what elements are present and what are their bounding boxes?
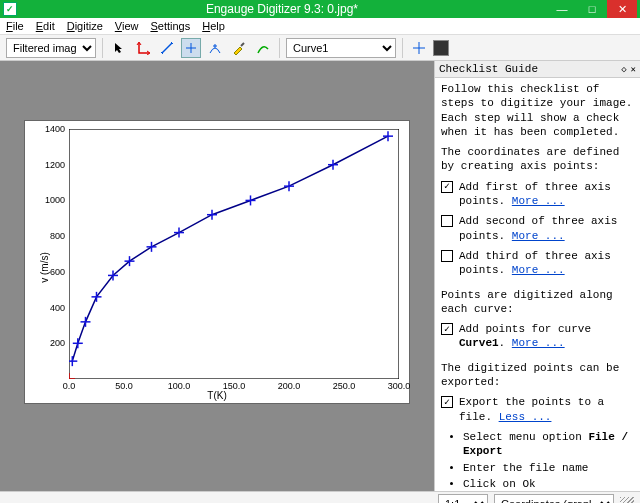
panel-title: Checklist Guide — [439, 63, 538, 75]
less-link[interactable]: Less ... — [499, 411, 552, 423]
menu-digitize[interactable]: Digitize — [67, 20, 103, 32]
curve-point-tool-icon[interactable] — [181, 38, 201, 58]
menu-edit[interactable]: Edit — [36, 20, 55, 32]
chart-image[interactable]: v (m/s) T(K) 200400600800100012001400 0.… — [25, 121, 409, 403]
list-item: Select menu option File / Export — [463, 430, 634, 459]
minimize-button[interactable]: — — [547, 0, 577, 18]
undock-icon[interactable]: ◇ — [621, 64, 626, 75]
menu-help[interactable]: Help — [202, 20, 225, 32]
color-picker-tool-icon[interactable] — [229, 38, 249, 58]
scale-tool-icon[interactable] — [157, 38, 177, 58]
y-tick: 600 — [43, 267, 65, 277]
curve-step: Add points for curve Curve1. More ... — [459, 322, 634, 351]
more-link[interactable]: More ... — [512, 337, 565, 349]
match-tool-icon[interactable] — [205, 38, 225, 58]
more-link[interactable]: More ... — [512, 195, 565, 207]
y-tick: 400 — [43, 303, 65, 313]
y-tick: 1400 — [43, 124, 65, 134]
pointer-tool-icon[interactable] — [109, 38, 129, 58]
segment-fill-tool-icon[interactable] — [253, 38, 273, 58]
image-mode-select[interactable]: Filtered image — [6, 38, 96, 58]
section-export: The digitized points can be exported: — [441, 361, 634, 390]
y-tick: 800 — [43, 231, 65, 241]
section-axis: The coordinates are defined by creating … — [441, 145, 634, 174]
menu-file[interactable]: File — [6, 20, 24, 32]
crosshair-icon[interactable] — [409, 38, 429, 58]
close-button[interactable]: ✕ — [607, 0, 637, 18]
x-tick: 0.0 — [63, 381, 76, 391]
x-tick: 100.0 — [168, 381, 191, 391]
menu-view[interactable]: View — [115, 20, 139, 32]
divider — [102, 38, 103, 58]
maximize-button[interactable]: □ — [577, 0, 607, 18]
svg-line-7 — [241, 43, 244, 46]
axis-tool-icon[interactable] — [133, 38, 153, 58]
curve-select[interactable]: Curve1 — [286, 38, 396, 58]
export-step: Export the points to a file. Less ... — [459, 395, 634, 424]
list-item: Enter the file name — [463, 461, 634, 475]
x-tick: 150.0 — [223, 381, 246, 391]
y-tick: 1000 — [43, 195, 65, 205]
axis-step-2: Add second of three axis points. More ..… — [459, 214, 634, 243]
chart-plot — [69, 129, 399, 379]
x-axis-label: T(K) — [207, 390, 226, 401]
menubar: File Edit Digitize View Settings Help — [0, 18, 640, 35]
svg-rect-10 — [69, 129, 399, 379]
checkbox-checked-icon[interactable]: ✓ — [441, 396, 453, 408]
checkbox-icon[interactable] — [441, 215, 453, 227]
x-tick: 250.0 — [333, 381, 356, 391]
checkbox-checked-icon[interactable]: ✓ — [441, 181, 453, 193]
y-tick: 1200 — [43, 160, 65, 170]
resize-grip-icon[interactable] — [620, 497, 634, 504]
panel-body: Follow this checklist of steps to digiti… — [435, 78, 640, 491]
x-tick: 200.0 — [278, 381, 301, 391]
canvas-area[interactable]: v (m/s) T(K) 200400600800100012001400 0.… — [0, 61, 434, 491]
toolbar: Filtered image Curve1 — [0, 35, 640, 61]
y-tick: 200 — [43, 338, 65, 348]
more-link[interactable]: More ... — [512, 230, 565, 242]
panel-header: Checklist Guide ◇ ✕ — [435, 61, 640, 78]
intro-text: Follow this checklist of steps to digiti… — [441, 82, 634, 139]
coords-select[interactable]: Coordinates (grapl — [494, 494, 614, 504]
export-bullets: Select menu option File / Export Enter t… — [463, 430, 634, 491]
svg-line-0 — [162, 43, 172, 53]
menu-settings[interactable]: Settings — [150, 20, 190, 32]
panel-close-icon[interactable]: ✕ — [631, 64, 636, 75]
axis-step-3: Add third of three axis points. More ... — [459, 249, 634, 278]
axis-step-1: Add first of three axis points. More ... — [459, 180, 634, 209]
statusbar: 1:1 Coordinates (grapl — [0, 491, 640, 503]
section-curve: Points are digitized along each curve: — [441, 288, 634, 317]
more-link[interactable]: More ... — [512, 264, 565, 276]
zoom-select[interactable]: 1:1 — [438, 494, 488, 504]
color-swatch[interactable] — [433, 40, 449, 56]
x-tick: 50.0 — [115, 381, 133, 391]
titlebar: ✓ Engauge Digitizer 9.3: 0.jpg* — □ ✕ — [0, 0, 640, 18]
checklist-panel: Checklist Guide ◇ ✕ Follow this checklis… — [434, 61, 640, 491]
x-tick: 300.0 — [388, 381, 411, 391]
list-item: Click on Ok — [463, 477, 634, 491]
divider — [279, 38, 280, 58]
window-title: Engauge Digitizer 9.3: 0.jpg* — [17, 2, 547, 16]
checkbox-checked-icon[interactable]: ✓ — [441, 323, 453, 335]
divider — [402, 38, 403, 58]
app-icon: ✓ — [3, 2, 17, 16]
checkbox-icon[interactable] — [441, 250, 453, 262]
